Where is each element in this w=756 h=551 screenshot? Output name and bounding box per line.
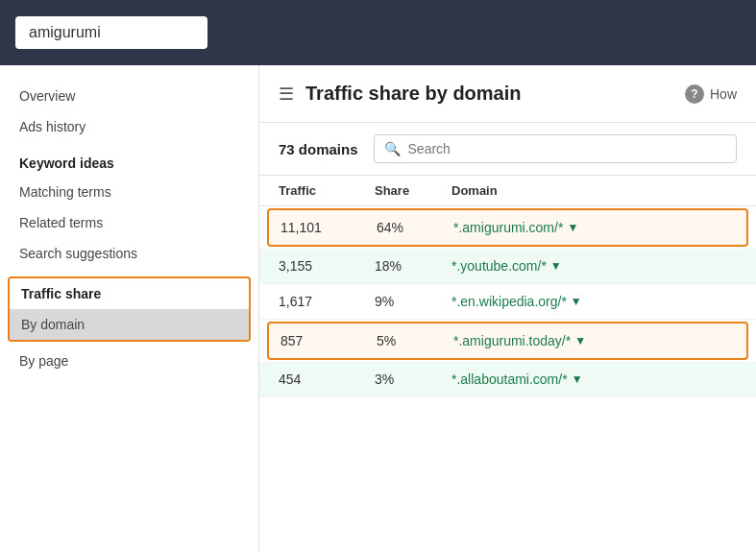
sidebar-item-ads-history[interactable]: Ads history	[0, 111, 258, 142]
domain-value: *.amigurumi.com/*	[453, 220, 563, 235]
table-row: 11,101 64% *.amigurumi.com/* ▼	[267, 208, 748, 247]
domain-value: *.youtube.com/*	[451, 258, 547, 274]
search-input[interactable]	[408, 141, 726, 156]
hamburger-icon[interactable]: ☰	[279, 84, 294, 105]
cell-domain[interactable]: *.amigurumi.com/* ▼	[453, 220, 735, 235]
table-row: 1,617 9% *.en.wikipedia.org/* ▼	[259, 284, 756, 320]
sidebar-item-overview[interactable]: Overview	[0, 81, 258, 111]
how-label: How	[710, 86, 737, 102]
sidebar-item-related-terms[interactable]: Related terms	[0, 207, 258, 238]
col-share: Share	[375, 183, 451, 198]
cell-share: 5%	[377, 333, 453, 348]
chevron-down-icon[interactable]: ▼	[567, 221, 578, 234]
chevron-down-icon[interactable]: ▼	[572, 372, 583, 386]
main-search-input[interactable]: amigurumi	[15, 16, 207, 49]
question-icon: ?	[685, 84, 704, 104]
sidebar: Overview Ads history Keyword ideas Match…	[0, 65, 259, 551]
cell-traffic: 11,101	[280, 220, 377, 235]
sidebar-item-search-suggestions[interactable]: Search suggestions	[0, 238, 258, 269]
cell-share: 64%	[377, 220, 453, 235]
cell-traffic: 3,155	[279, 258, 375, 274]
domain-value: *.amigurumi.today/*	[453, 333, 571, 348]
cell-share: 9%	[375, 294, 451, 309]
app-header: amigurumi	[0, 0, 756, 65]
main-layout: Overview Ads history Keyword ideas Match…	[0, 65, 756, 551]
table-row: 454 3% *.allaboutami.com/* ▼	[259, 362, 756, 397]
cell-traffic: 1,617	[279, 294, 375, 309]
keyword-ideas-label: Keyword ideas	[0, 142, 258, 177]
domain-value: *.en.wikipedia.org/*	[451, 294, 567, 309]
main-header: ☰ Traffic share by domain ? How	[259, 65, 756, 123]
cell-domain[interactable]: *.en.wikipedia.org/* ▼	[451, 294, 737, 309]
sidebar-item-by-domain[interactable]: By domain	[10, 309, 249, 340]
chevron-down-icon[interactable]: ▼	[571, 295, 582, 308]
chevron-down-icon[interactable]: ▼	[550, 259, 562, 273]
cell-domain[interactable]: *.allaboutami.com/* ▼	[451, 371, 737, 387]
page-title: Traffic share by domain	[305, 83, 673, 105]
col-traffic: Traffic	[279, 183, 375, 198]
col-domain: Domain	[451, 183, 737, 198]
main-content: ☰ Traffic share by domain ? How 73 domai…	[259, 65, 756, 551]
table-row: 3,155 18% *.youtube.com/* ▼	[259, 249, 756, 284]
cell-share: 3%	[375, 371, 451, 387]
chevron-down-icon[interactable]: ▼	[574, 334, 586, 347]
domain-count: 73 domains	[279, 141, 358, 157]
traffic-share-label: Traffic share	[10, 278, 249, 309]
cell-domain[interactable]: *.youtube.com/* ▼	[451, 258, 737, 274]
cell-traffic: 454	[279, 371, 375, 387]
search-box[interactable]: 🔍	[374, 134, 737, 163]
cell-traffic: 857	[280, 333, 377, 348]
sidebar-item-by-page[interactable]: By page	[0, 346, 258, 376]
sidebar-item-matching-terms[interactable]: Matching terms	[0, 177, 258, 207]
traffic-share-section: Traffic share By domain	[8, 276, 251, 342]
toolbar: 73 domains 🔍	[259, 123, 756, 176]
cell-share: 18%	[375, 258, 451, 274]
how-button[interactable]: ? How	[685, 84, 737, 104]
table-row: 857 5% *.amigurumi.today/* ▼	[267, 322, 748, 360]
domain-value: *.allaboutami.com/*	[451, 371, 568, 387]
table-header: Traffic Share Domain	[259, 176, 756, 206]
cell-domain[interactable]: *.amigurumi.today/* ▼	[453, 333, 735, 348]
search-icon: 🔍	[384, 141, 401, 156]
